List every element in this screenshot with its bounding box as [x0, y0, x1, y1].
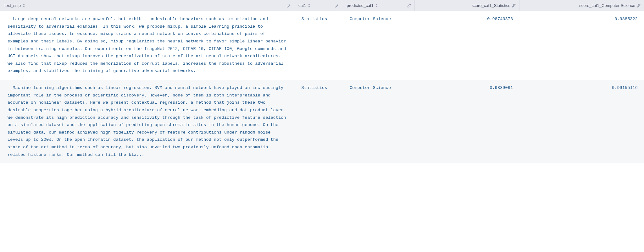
table-body: Large deep neural networks are powerful,… — [0, 11, 644, 163]
cell-score-cs[interactable]: 0.99155116 — [519, 80, 644, 163]
cell-text_snip[interactable]: Machine learning algorithms such as line… — [0, 80, 294, 163]
pencil-icon[interactable] — [286, 3, 291, 8]
cell-cat1[interactable]: Statistics — [294, 80, 342, 163]
col-header-text_snip[interactable]: text_snip — [0, 0, 294, 11]
cell-cat1[interactable]: Statistics — [294, 11, 342, 80]
header-row: text_snip cat1 — [0, 0, 644, 11]
sort-icon[interactable] — [308, 4, 310, 7]
cell-score-statistics[interactable]: 0.98743373 — [414, 11, 519, 80]
pencil-icon[interactable] — [407, 3, 411, 8]
table-row[interactable]: Large deep neural networks are powerful,… — [0, 11, 644, 80]
cell-text_snip[interactable]: Large deep neural networks are powerful,… — [0, 11, 294, 80]
col-header-score_cat1_ComputerScience[interactable]: score_cat1_Computer Science — [519, 0, 644, 11]
col-header-predicted_cat1[interactable]: predicted_cat1 — [342, 0, 414, 11]
sort-icon[interactable] — [23, 4, 25, 7]
col-label: cat1 — [298, 3, 306, 8]
cell-score-statistics[interactable]: 0.9839061 — [414, 80, 519, 163]
table-row[interactable]: Machine learning algorithms such as line… — [0, 80, 644, 163]
col-label: score_cat1_Computer Science — [579, 3, 635, 8]
pencil-icon[interactable] — [335, 3, 339, 8]
col-label: score_cat1_Statistics — [472, 3, 510, 8]
cell-predicted_cat1[interactable]: Computer Science — [342, 80, 414, 163]
cell-score-cs[interactable]: 0.9885322 — [519, 11, 644, 80]
col-header-cat1[interactable]: cat1 — [294, 0, 342, 11]
data-table: text_snip cat1 — [0, 0, 644, 163]
pencil-icon[interactable] — [637, 3, 641, 8]
sort-icon[interactable] — [375, 4, 378, 7]
cell-predicted_cat1[interactable]: Computer Science — [342, 11, 414, 80]
col-header-score_cat1_Statistics[interactable]: score_cat1_Statistics — [414, 0, 519, 11]
col-label: text_snip — [4, 3, 21, 8]
col-label: predicted_cat1 — [347, 3, 373, 8]
pencil-icon[interactable] — [512, 3, 516, 8]
